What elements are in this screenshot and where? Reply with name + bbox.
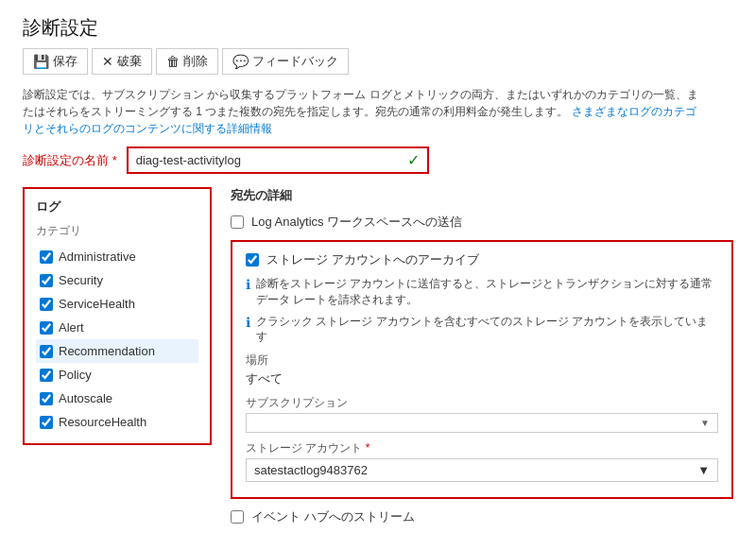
category-checkbox-6[interactable] [40,392,53,405]
feedback-label: フィードバック [252,53,338,70]
category-checkbox-7[interactable] [40,416,53,429]
storage-account-required: * [366,441,370,455]
info-icon-2: ℹ [246,314,250,333]
storage-info-2: クラシック ストレージ アカウントを含むすべてのストレージ アカウントを表示して… [256,314,718,346]
category-checkbox-1[interactable] [40,274,53,287]
event-hub-option: イベント ハブへのストリーム [231,508,733,525]
delete-label: 削除 [183,53,208,70]
log-analytics-option: Log Analytics ワークスペースへの送信 [231,214,733,231]
category-label-4[interactable]: Recommendation [59,344,155,358]
categories-list: AdministrativeSecurityServiceHealthAlert… [36,245,198,434]
category-header: カテゴリ [36,223,198,239]
page-title: 診断設定 [23,15,733,41]
category-checkbox-5[interactable] [40,369,53,382]
storage-account-chevron: ▼ [697,463,710,477]
logs-section-label: ログ [36,198,198,215]
main-content: ログ カテゴリ AdministrativeSecurityServiceHea… [23,187,733,533]
event-hub-label[interactable]: イベント ハブへのストリーム [251,508,415,525]
category-item[interactable]: Recommendation [36,339,198,363]
storage-info-row-2: ℹ クラシック ストレージ アカウントを含むすべてのストレージ アカウントを表示… [246,314,718,346]
category-item[interactable]: ResourceHealth [36,410,198,434]
name-input[interactable] [129,148,400,172]
check-icon: ✓ [400,151,427,169]
destination-section-label: 宛先の詳細 [231,187,733,204]
subscription-chevron: ▼ [700,418,710,428]
category-checkbox-3[interactable] [40,321,53,335]
destination-panel: 宛先の詳細 Log Analytics ワークスペースへの送信 ストレージ アカ… [231,187,733,533]
location-value: すべて [246,370,718,387]
storage-info-1: 診断をストレージ アカウントに送信すると、ストレージとトランザクションに対する通… [256,276,718,308]
save-label: 保存 [53,53,77,70]
category-label-5[interactable]: Policy [59,368,92,382]
toolbar: 💾 保存 ✕ 破棄 🗑 削除 💬 フィードバック [23,48,733,75]
logs-panel: ログ カテゴリ AdministrativeSecurityServiceHea… [23,187,212,445]
save-icon: 💾 [33,54,49,69]
storage-account-select[interactable]: satestactlog9483762 ▼ [246,458,718,482]
storage-account-label: ストレージ アカウント * [246,440,718,456]
category-label-1[interactable]: Security [59,273,103,287]
delete-button[interactable]: 🗑 削除 [156,48,218,75]
discard-label: 破棄 [117,53,142,70]
info-icon-1: ℹ [246,276,250,295]
storage-info-row-1: ℹ 診断をストレージ アカウントに送信すると、ストレージとトランザクションに対す… [246,276,718,308]
name-label: 診断設定の名前 * [23,152,117,169]
event-hub-checkbox[interactable] [231,510,244,524]
storage-box-header: ストレージ アカウントへのアーカイブ [246,251,718,268]
category-label-2[interactable]: ServiceHealth [59,297,135,311]
feedback-button[interactable]: 💬 フィードバック [222,48,349,75]
storage-archive-box: ストレージ アカウントへのアーカイブ ℹ 診断をストレージ アカウントに送信する… [231,240,733,499]
category-item[interactable]: Administrative [36,245,198,268]
category-label-0[interactable]: Administrative [59,249,136,264]
category-item[interactable]: Policy [36,363,198,387]
category-label-6[interactable]: Autoscale [59,391,112,405]
delete-icon: 🗑 [166,54,180,69]
category-checkbox-4[interactable] [40,345,53,358]
storage-account-value: satestactlog9483762 [254,463,368,477]
name-row: 診断設定の名前 * ✓ [23,146,733,174]
category-label-7[interactable]: ResourceHealth [59,415,146,429]
log-analytics-checkbox[interactable] [231,215,244,229]
category-item[interactable]: Autoscale [36,387,198,410]
log-analytics-label[interactable]: Log Analytics ワークスペースへの送信 [251,214,462,231]
description: 診断設定では、サブスクリプション から収集するプラットフォーム ログとメトリック… [23,86,703,137]
storage-checkbox[interactable] [246,253,259,266]
category-label-3[interactable]: Alert [59,320,84,335]
location-label: 場所 [246,352,718,369]
subscription-label: サブスクリプション [246,395,718,411]
category-checkbox-0[interactable] [40,250,53,264]
feedback-icon: 💬 [232,54,249,69]
name-input-wrap: ✓ [127,146,429,174]
subscription-select[interactable]: ▼ [246,413,718,433]
save-button[interactable]: 💾 保存 [23,48,88,75]
category-item[interactable]: Security [36,268,198,292]
category-item[interactable]: ServiceHealth [36,292,198,316]
storage-label[interactable]: ストレージ アカウントへのアーカイブ [266,251,479,268]
discard-icon: ✕ [102,54,113,69]
required-star: * [112,153,117,167]
discard-button[interactable]: ✕ 破棄 [92,48,152,75]
category-item[interactable]: Alert [36,316,198,339]
category-checkbox-2[interactable] [40,298,53,311]
